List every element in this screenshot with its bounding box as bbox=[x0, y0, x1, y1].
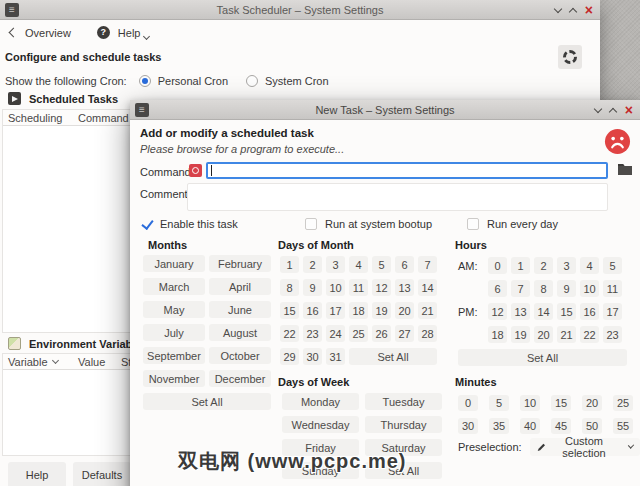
minimize-icon[interactable] bbox=[554, 4, 562, 12]
browse-folder-button[interactable] bbox=[616, 162, 634, 179]
day-of-month-button[interactable]: 24 bbox=[326, 325, 345, 342]
minute-button[interactable]: 20 bbox=[582, 395, 602, 411]
day-of-month-button[interactable]: 15 bbox=[280, 302, 299, 319]
help-footer-button[interactable]: Help bbox=[8, 462, 66, 486]
comment-input[interactable] bbox=[187, 183, 608, 211]
hour-button[interactable]: 3 bbox=[557, 257, 576, 274]
preselection-dropdown[interactable]: Custom selection bbox=[530, 438, 640, 456]
close-icon[interactable]: × bbox=[585, 3, 593, 17]
day-of-month-button[interactable]: 17 bbox=[326, 302, 345, 319]
month-button[interactable]: November bbox=[143, 370, 205, 387]
day-of-month-button[interactable]: 9 bbox=[303, 279, 322, 296]
column-variable[interactable]: Variable bbox=[3, 356, 73, 368]
minute-button[interactable]: 30 bbox=[458, 418, 478, 434]
day-of-month-button[interactable]: 19 bbox=[372, 302, 391, 319]
settings-button[interactable] bbox=[558, 45, 582, 69]
days-of-month-set-all-button[interactable]: Set All bbox=[349, 348, 437, 365]
hour-button[interactable]: 5 bbox=[603, 257, 622, 274]
day-of-month-button[interactable]: 31 bbox=[326, 348, 345, 365]
dialog-titlebar[interactable]: ≡ New Task – System Settings × bbox=[130, 100, 640, 120]
minimize-icon[interactable] bbox=[594, 104, 602, 112]
maximize-icon[interactable] bbox=[569, 7, 577, 15]
month-button[interactable]: February bbox=[209, 255, 271, 272]
day-of-week-button[interactable]: Monday bbox=[282, 393, 359, 410]
hour-button[interactable]: 9 bbox=[557, 280, 576, 297]
day-of-month-button[interactable]: 29 bbox=[280, 348, 299, 365]
day-of-month-button[interactable]: 7 bbox=[418, 256, 437, 273]
day-of-month-button[interactable]: 8 bbox=[280, 279, 299, 296]
day-of-month-button[interactable]: 10 bbox=[326, 279, 345, 296]
defaults-button[interactable]: Defaults bbox=[73, 462, 131, 486]
month-button[interactable]: August bbox=[209, 324, 271, 341]
day-of-month-button[interactable]: 16 bbox=[303, 302, 322, 319]
month-button[interactable]: December bbox=[209, 370, 271, 387]
day-of-month-button[interactable]: 5 bbox=[372, 256, 391, 273]
minute-button[interactable]: 35 bbox=[489, 418, 509, 434]
day-of-month-button[interactable]: 18 bbox=[349, 302, 368, 319]
hour-button[interactable]: 13 bbox=[511, 303, 530, 320]
main-titlebar[interactable]: ≡ Task Scheduler – System Settings × bbox=[0, 0, 600, 20]
system-cron-radio[interactable]: System Cron bbox=[246, 75, 329, 87]
run-bootup-checkbox[interactable]: Run at system bootup bbox=[305, 218, 432, 230]
column-value[interactable]: Value bbox=[73, 356, 116, 368]
enable-task-checkbox[interactable]: Enable this task bbox=[140, 218, 238, 230]
day-of-month-button[interactable]: 11 bbox=[349, 279, 368, 296]
hour-button[interactable]: 11 bbox=[603, 280, 622, 297]
run-every-day-checkbox[interactable]: Run every day bbox=[467, 218, 558, 230]
day-of-month-button[interactable]: 22 bbox=[280, 325, 299, 342]
month-button[interactable]: October bbox=[209, 347, 271, 364]
day-of-month-button[interactable]: 27 bbox=[395, 325, 414, 342]
day-of-month-button[interactable]: 14 bbox=[418, 279, 437, 296]
day-of-month-button[interactable]: 21 bbox=[418, 302, 437, 319]
minute-button[interactable]: 40 bbox=[520, 418, 540, 434]
day-of-week-button[interactable]: Thursday bbox=[365, 416, 442, 433]
day-of-week-button[interactable]: Tuesday bbox=[365, 393, 442, 410]
minute-button[interactable]: 50 bbox=[582, 418, 602, 434]
day-of-month-button[interactable]: 1 bbox=[280, 256, 299, 273]
day-of-month-button[interactable]: 3 bbox=[326, 256, 345, 273]
hour-button[interactable]: 19 bbox=[511, 326, 530, 343]
hour-button[interactable]: 1 bbox=[511, 257, 530, 274]
month-button[interactable]: January bbox=[143, 255, 205, 272]
personal-cron-radio[interactable]: Personal Cron bbox=[139, 75, 228, 87]
maximize-icon[interactable] bbox=[609, 107, 617, 115]
day-of-week-button[interactable]: Wednesday bbox=[282, 416, 359, 433]
month-button[interactable]: July bbox=[143, 324, 205, 341]
close-icon[interactable]: × bbox=[625, 103, 633, 117]
minute-button[interactable]: 15 bbox=[551, 395, 571, 411]
minute-button[interactable]: 45 bbox=[551, 418, 571, 434]
hour-button[interactable]: 10 bbox=[580, 280, 599, 297]
hour-button[interactable]: 2 bbox=[534, 257, 553, 274]
day-of-month-button[interactable]: 30 bbox=[303, 348, 322, 365]
day-of-month-button[interactable]: 2 bbox=[303, 256, 322, 273]
minute-button[interactable]: 10 bbox=[520, 395, 540, 411]
minute-button[interactable]: 5 bbox=[489, 395, 509, 411]
month-button[interactable]: May bbox=[143, 301, 205, 318]
overview-button[interactable]: Overview bbox=[4, 23, 77, 43]
hour-button[interactable]: 18 bbox=[488, 326, 507, 343]
month-button[interactable]: March bbox=[143, 278, 205, 295]
hour-button[interactable]: 7 bbox=[511, 280, 530, 297]
month-button[interactable]: September bbox=[143, 347, 205, 364]
hour-button[interactable]: 6 bbox=[488, 280, 507, 297]
day-of-month-button[interactable]: 20 bbox=[395, 302, 414, 319]
column-command[interactable]: Command bbox=[73, 112, 129, 124]
hour-button[interactable]: 17 bbox=[603, 303, 622, 320]
day-of-month-button[interactable]: 23 bbox=[303, 325, 322, 342]
hour-button[interactable]: 21 bbox=[557, 326, 576, 343]
minute-button[interactable]: 0 bbox=[458, 395, 478, 411]
hour-button[interactable]: 12 bbox=[488, 303, 507, 320]
hour-button[interactable]: 4 bbox=[580, 257, 599, 274]
day-of-month-button[interactable]: 4 bbox=[349, 256, 368, 273]
day-of-month-button[interactable]: 25 bbox=[349, 325, 368, 342]
hour-button[interactable]: 22 bbox=[580, 326, 599, 343]
hours-set-all-button[interactable]: Set All bbox=[458, 349, 627, 366]
hour-button[interactable]: 23 bbox=[603, 326, 622, 343]
hour-button[interactable]: 0 bbox=[488, 257, 507, 274]
minute-button[interactable]: 25 bbox=[613, 395, 633, 411]
hour-button[interactable]: 20 bbox=[534, 326, 553, 343]
months-set-all-button[interactable]: Set All bbox=[143, 393, 271, 410]
minute-button[interactable]: 55 bbox=[613, 418, 633, 434]
month-button[interactable]: June bbox=[209, 301, 271, 318]
day-of-month-button[interactable]: 26 bbox=[372, 325, 391, 342]
